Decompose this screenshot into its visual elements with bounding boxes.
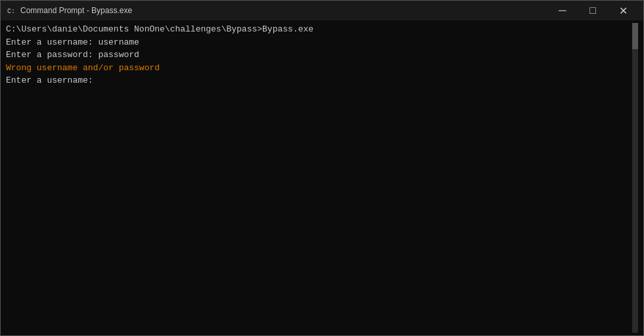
window-title: Command Prompt - Bypass.exe [20,6,547,15]
scrollbar[interactable] [632,23,638,333]
console-line: Wrong username and/or password [6,62,632,75]
title-bar: C: Command Prompt - Bypass.exe ─ □ ✕ [1,1,643,20]
cmd-window: C: Command Prompt - Bypass.exe ─ □ ✕ C:\… [0,0,644,336]
console-line: C:\Users\danie\Documents NonOne\challeng… [6,23,632,36]
minimize-button[interactable]: ─ [547,1,578,20]
maximize-button[interactable]: □ [578,1,608,20]
close-button[interactable]: ✕ [608,1,638,20]
console-line: Enter a username: username [6,36,632,49]
console-line: Enter a username: [6,74,632,87]
scrollbar-thumb [632,23,638,49]
console-area: C:\Users\danie\Documents NonOne\challeng… [1,20,643,335]
cmd-icon: C: [6,5,16,16]
svg-text:C:: C: [7,8,15,15]
console-line: Enter a password: password [6,49,632,62]
console-content[interactable]: C:\Users\danie\Documents NonOne\challeng… [6,23,632,333]
window-controls: ─ □ ✕ [547,1,638,20]
